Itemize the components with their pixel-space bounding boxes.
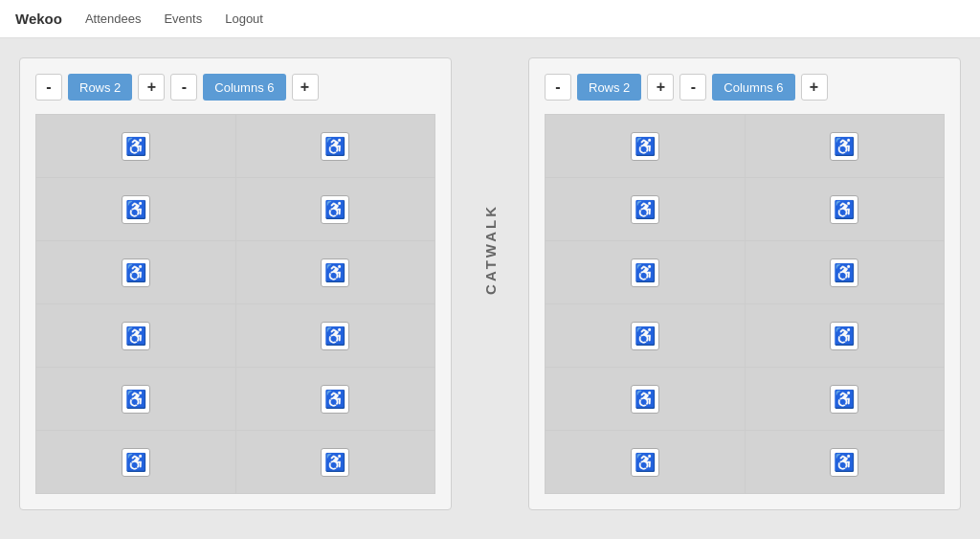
right-rows-plus-button[interactable]: + (647, 74, 674, 101)
left-seat-grid: ♿♿♿♿♿♿♿♿♿♿♿♿ (35, 114, 435, 494)
seat-cell: ♿ (236, 368, 435, 430)
left-rows-minus-button[interactable]: - (35, 74, 62, 101)
seat-cell: ♿ (546, 368, 745, 430)
left-controls-row: - Rows 2 + - Columns 6 + (35, 74, 435, 101)
seat-cell: ♿ (236, 115, 435, 177)
seat-cell: ♿ (36, 368, 235, 430)
right-seat-grid: ♿♿♿♿♿♿♿♿♿♿♿♿ (545, 114, 945, 494)
seat-cell: ♿ (546, 304, 745, 367)
seat-cell: ♿ (236, 431, 435, 493)
catwalk-divider: CATWALK (452, 57, 528, 440)
seat-icon[interactable]: ♿ (122, 132, 150, 161)
seat-icon[interactable]: ♿ (631, 132, 659, 161)
seat-icon[interactable]: ♿ (631, 322, 659, 350)
left-rows-label: Rows 2 (68, 74, 132, 101)
right-rows-minus-button[interactable]: - (545, 74, 571, 101)
right-cols-plus-button[interactable]: + (801, 74, 828, 101)
seat-icon[interactable]: ♿ (631, 258, 659, 287)
seat-icon[interactable]: ♿ (321, 322, 349, 350)
seat-icon[interactable]: ♿ (122, 448, 150, 477)
seat-cell: ♿ (546, 178, 745, 240)
brand-logo: Wekoo (15, 11, 62, 27)
right-controls-row: - Rows 2 + - Columns 6 + (545, 74, 945, 101)
seat-icon[interactable]: ♿ (321, 195, 349, 224)
seat-cell: ♿ (546, 431, 745, 493)
seat-icon[interactable]: ♿ (321, 258, 349, 287)
nav-events[interactable]: Events (164, 11, 202, 26)
seat-cell: ♿ (746, 241, 945, 303)
seat-cell: ♿ (746, 178, 945, 240)
seat-cell: ♿ (36, 241, 235, 303)
seat-icon[interactable]: ♿ (830, 132, 858, 161)
seat-cell: ♿ (546, 241, 745, 303)
left-cols-label: Columns 6 (203, 74, 285, 101)
right-section-panel: - Rows 2 + - Columns 6 + ♿♿♿♿♿♿♿♿♿♿♿♿ (528, 57, 961, 510)
left-cols-minus-button[interactable]: - (170, 74, 197, 101)
catwalk-label: CATWALK (482, 204, 499, 295)
seat-cell: ♿ (36, 178, 235, 240)
seat-cell: ♿ (236, 178, 435, 240)
seat-icon[interactable]: ♿ (122, 322, 150, 350)
seat-icon[interactable]: ♿ (830, 258, 858, 287)
left-rows-plus-button[interactable]: + (138, 74, 165, 101)
seat-icon[interactable]: ♿ (631, 195, 659, 224)
seat-icon[interactable]: ♿ (321, 385, 349, 414)
seat-icon[interactable]: ♿ (321, 448, 349, 477)
seat-icon[interactable]: ♿ (122, 195, 150, 224)
seat-icon[interactable]: ♿ (122, 385, 150, 414)
right-cols-label: Columns 6 (712, 74, 794, 101)
left-section-panel: - Rows 2 + - Columns 6 + ♿♿♿♿♿♿♿♿♿♿♿♿ (19, 57, 452, 510)
seat-cell: ♿ (746, 115, 945, 177)
seat-cell: ♿ (36, 431, 235, 493)
seat-cell: ♿ (36, 115, 235, 177)
seat-icon[interactable]: ♿ (321, 132, 349, 161)
seat-cell: ♿ (546, 115, 745, 177)
seat-icon[interactable]: ♿ (631, 448, 659, 477)
seat-icon[interactable]: ♿ (830, 385, 858, 414)
seat-icon[interactable]: ♿ (830, 448, 858, 477)
seat-icon[interactable]: ♿ (830, 195, 858, 224)
seat-cell: ♿ (746, 304, 945, 367)
navbar: Wekoo Attendees Events Logout (0, 0, 980, 38)
sections-wrapper: - Rows 2 + - Columns 6 + ♿♿♿♿♿♿♿♿♿♿♿♿ CA… (19, 57, 961, 510)
seat-icon[interactable]: ♿ (122, 258, 150, 287)
seat-icon[interactable]: ♿ (830, 322, 858, 350)
nav-attendees[interactable]: Attendees (85, 11, 142, 26)
seat-icon[interactable]: ♿ (631, 385, 659, 414)
seat-cell: ♿ (236, 304, 435, 367)
right-cols-minus-button[interactable]: - (679, 74, 706, 101)
seat-cell: ♿ (746, 368, 945, 430)
right-rows-label: Rows 2 (577, 74, 641, 101)
seat-cell: ♿ (236, 241, 435, 303)
main-content: - Rows 2 + - Columns 6 + ♿♿♿♿♿♿♿♿♿♿♿♿ CA… (0, 38, 980, 539)
seat-cell: ♿ (36, 304, 235, 367)
left-cols-plus-button[interactable]: + (292, 74, 319, 101)
nav-logout[interactable]: Logout (225, 11, 263, 26)
seat-cell: ♿ (746, 431, 945, 493)
